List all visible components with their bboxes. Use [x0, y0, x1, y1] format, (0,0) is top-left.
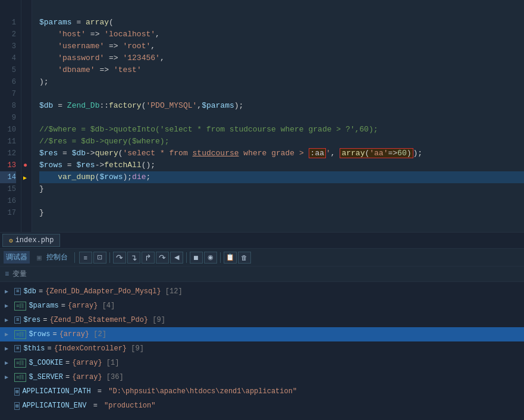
toolbar-separator-3 [186, 252, 187, 263]
var-value-res: {Zend_Db_Statement_Pdo} [49, 316, 148, 324]
toolbar-btn-step-over[interactable]: ↷ [113, 252, 126, 264]
var-row-app-env[interactable]: ▶ ⊞ APPLICATION_ENV = "production" [0, 399, 524, 413]
var-value-app-path: "D:\phpsuit\apache\htdocs\zend1\applicat… [108, 387, 297, 396]
type-icon-server: ≡目 [14, 373, 26, 382]
type-icon-this: ≡ [14, 345, 21, 352]
var-row-rows[interactable]: ▶ ≡目 $rows = {array} [2] [0, 327, 524, 341]
var-name-res: $res [23, 316, 40, 324]
expand-icon-cookie: ▶ [5, 359, 12, 366]
debug-toolbar: 调试器 ▣ 控制台 ≡ ⊡ ↷ ↴ ↱ ↷ ◀ ⏹ ◉ 📋 🗑 [0, 249, 524, 267]
var-value-cookie: {array} [72, 359, 102, 367]
type-icon-app-path: ⊞ [14, 388, 20, 396]
var-eq-res: = [43, 316, 47, 324]
type-icon-cookie: ≡目 [14, 359, 26, 368]
var-count-db: [12] [161, 287, 183, 296]
toolbar-buttons: ≡ ⊡ ↷ ↴ ↱ ↷ ◀ ⏹ ◉ 📋 🗑 [79, 252, 251, 264]
var-count-rows: [2] [89, 330, 106, 338]
var-name-server: $_SERVER [29, 373, 63, 381]
var-eq-server: = [65, 373, 70, 381]
var-eq-params: = [61, 302, 65, 310]
var-value-server: {array} [72, 373, 102, 381]
var-row-app-path[interactable]: ▶ ⊞ APPLICATION_PATH = "D:\phpsuit\apach… [0, 384, 524, 399]
file-tab-bar: ⚙ index.php [0, 232, 524, 249]
var-eq-cookie: = [65, 359, 70, 367]
tab-label: index.php [15, 236, 54, 245]
toolbar-btn-stop[interactable]: ⏹ [190, 252, 203, 264]
toolbar-btn-step-out[interactable]: ↱ [142, 252, 155, 264]
type-icon-rows: ≡目 [14, 330, 26, 339]
toolbar-btn-continue[interactable]: ↷ [156, 252, 169, 264]
var-row-cookie[interactable]: ▶ ≡目 $_COOKIE = {array} [1] [0, 356, 524, 370]
var-name-params: $params [29, 302, 58, 310]
var-value-db: {Zend_Db_Adapter_Pdo_Mysql} [45, 287, 161, 296]
var-name-db: $db [23, 287, 36, 296]
toolbar-separator-4 [220, 252, 221, 263]
expand-icon-this: ▶ [5, 345, 12, 352]
expand-icon-db: ▶ [5, 288, 12, 295]
var-row-this[interactable]: ▶ ≡ $this = {IndexController} [9] [0, 341, 524, 356]
toolbar-btn-step-into[interactable]: ↴ [127, 252, 140, 264]
php-file-icon: ⚙ [9, 237, 13, 245]
debug-panel: ≡ 变量 ▶ ≡ $db = {Zend_Db_Adapter_Pdo_Mysq… [0, 267, 524, 415]
file-tab[interactable]: ⚙ index.php [2, 234, 60, 247]
var-name-rows: $rows [29, 330, 50, 338]
code-content[interactable]: $params = array( 'host' => 'localhost', … [32, 0, 524, 232]
var-row-server[interactable]: ▶ ≡目 $_SERVER = {array} [36] [0, 370, 524, 384]
type-icon-params: ≡目 [14, 302, 26, 311]
toolbar-btn-clear[interactable]: 🗑 [238, 252, 251, 264]
var-value-app-env: "production" [104, 402, 155, 410]
var-count-params: [4] [98, 302, 115, 310]
expand-icon-rows: ▶ [5, 331, 12, 338]
var-count-server: [36] [102, 373, 124, 381]
var-value-rows: {array} [59, 330, 89, 338]
var-name-this: $this [23, 344, 45, 353]
toolbar-btn-breakpoints[interactable]: ⊡ [93, 252, 106, 264]
var-count-cookie: [1] [102, 359, 120, 367]
toolbar-separator-1 [74, 252, 75, 263]
toolbar-separator-2 [109, 252, 110, 263]
type-icon-app-env: ⊞ [14, 402, 20, 410]
var-row-res[interactable]: ▶ ≡ $res = {Zend_Db_Statement_Pdo} [9] [0, 313, 524, 327]
var-eq-app-path: = [93, 387, 106, 396]
toolbar-btn-copy[interactable]: 📋 [224, 252, 237, 264]
console-tab[interactable]: 控制台 [46, 252, 68, 262]
var-eq-app-env: = [89, 402, 102, 410]
expand-icon-server: ▶ [5, 374, 12, 381]
var-count-this: [9] [127, 344, 144, 353]
editor-area: 1 2 3 4 5 6 7 8 9 10 11 12 13 14 15 16 1… [0, 0, 524, 232]
var-name-app-env: APPLICATION_ENV [22, 402, 86, 410]
var-row-db[interactable]: ▶ ≡ $db = {Zend_Db_Adapter_Pdo_Mysql} [1… [0, 284, 524, 299]
var-value-this: {IndexController} [54, 344, 127, 353]
variables-icon: ≡ [5, 270, 9, 278]
toolbar-btn-menu[interactable]: ≡ [79, 252, 92, 264]
expand-icon-params: ▶ [5, 302, 12, 309]
gutter [21, 0, 32, 232]
toolbar-btn-back[interactable]: ◀ [170, 252, 183, 264]
debug-panel-header: ≡ 变量 [0, 267, 524, 282]
type-icon-res: ≡ [14, 316, 21, 324]
var-eq-db: = [39, 287, 43, 296]
var-name-app-path: APPLICATION_PATH [22, 387, 90, 396]
expand-icon-res: ▶ [5, 316, 12, 324]
var-name-cookie: $_COOKIE [29, 359, 63, 367]
line-numbers: 1 2 3 4 5 6 7 8 9 10 11 12 13 14 15 16 1… [0, 0, 21, 232]
variables-label: 变量 [12, 269, 27, 279]
variables-list: ▶ ≡ $db = {Zend_Db_Adapter_Pdo_Mysql} [1… [0, 282, 524, 415]
var-value-params: {array} [68, 302, 98, 310]
var-eq-rows: = [52, 330, 57, 338]
type-icon-db: ≡ [14, 288, 21, 295]
var-eq-this: = [47, 344, 51, 353]
toolbar-btn-record[interactable]: ◉ [204, 252, 217, 264]
debugger-tab[interactable]: 调试器 [4, 251, 30, 264]
var-row-params[interactable]: ▶ ≡目 $params = {array} [4] [0, 299, 524, 313]
var-count-res: [9] [148, 316, 165, 324]
